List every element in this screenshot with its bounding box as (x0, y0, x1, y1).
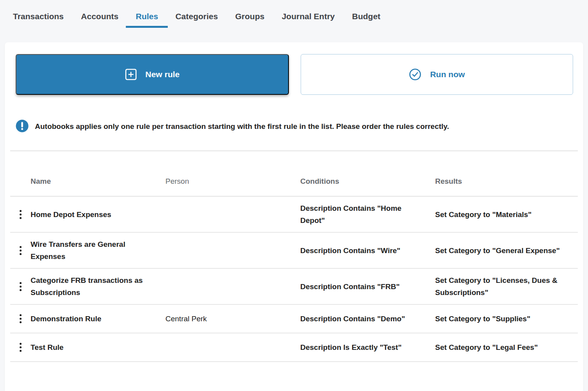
rule-results: Set Category to "General Expense" (435, 244, 566, 257)
rule-name: Categorize FRB transactions as Subscript… (31, 274, 165, 299)
header-conditions: Conditions (300, 177, 435, 186)
tab-transactions[interactable]: Transactions (13, 12, 64, 34)
rules-table-header: Name Person Conditions Results (10, 150, 578, 197)
table-row[interactable]: Wire Transfers are General Expenses Desc… (10, 233, 578, 269)
table-row[interactable]: Test Rule Description Is Exactly "Test" … (10, 333, 578, 362)
rule-name: Home Depot Expenses (31, 208, 165, 221)
rule-conditions: Description Contains "FRB" (300, 281, 435, 293)
rule-results: Set Category to "Licenses, Dues & Subscr… (435, 274, 566, 299)
rule-name: Test Rule (31, 341, 165, 353)
notice-text: Autobooks applies only one rule per tran… (35, 122, 449, 131)
top-tab-bar: Transactions Accounts Rules Categories G… (0, 0, 588, 42)
rule-conditions: Description Contains "Demo" (300, 313, 435, 325)
rules-order-notice: Autobooks applies only one rule per tran… (16, 120, 583, 133)
rule-name: Wire Transfers are General Expenses (31, 238, 165, 262)
toolbar: New rule Run now (5, 42, 583, 95)
header-results: Results (435, 177, 566, 186)
check-circle-icon (409, 68, 421, 81)
tab-rules[interactable]: Rules (136, 12, 158, 34)
rule-results: Set Category to "Materials" (435, 208, 566, 221)
new-rule-button[interactable]: New rule (16, 54, 289, 95)
info-exclamation-icon (16, 119, 29, 134)
header-person: Person (165, 177, 300, 186)
drag-handle-icon[interactable] (16, 208, 25, 221)
table-row[interactable]: Categorize FRB transactions as Subscript… (10, 269, 578, 305)
rules-panel: New rule Run now Autobooks applies only … (5, 42, 583, 391)
rule-results: Set Category to "Legal Fees" (435, 341, 566, 353)
tab-journal-entry[interactable]: Journal Entry (282, 12, 335, 34)
rule-name: Demonstration Rule (31, 313, 165, 325)
rules-table: Name Person Conditions Results Home Depo… (10, 150, 578, 362)
drag-handle-icon[interactable] (16, 280, 25, 293)
rule-results: Set Category to "Supplies" (435, 313, 566, 325)
drag-handle-icon[interactable] (16, 340, 25, 354)
drag-handle-icon[interactable] (16, 312, 25, 326)
new-rule-label: New rule (145, 70, 180, 79)
rule-person: Central Perk (165, 313, 300, 325)
table-row[interactable]: Demonstration Rule Central Perk Descript… (10, 305, 578, 333)
tab-categories[interactable]: Categories (175, 12, 218, 34)
run-now-label: Run now (430, 70, 465, 79)
tab-accounts[interactable]: Accounts (81, 12, 119, 34)
rule-conditions: Description Is Exactly "Test" (300, 341, 435, 353)
rule-conditions: Description Contains "Wire" (300, 244, 435, 257)
rule-conditions: Description Contains "Home Depot" (300, 202, 435, 226)
run-now-button[interactable]: Run now (301, 54, 573, 95)
tab-budget[interactable]: Budget (352, 12, 380, 34)
plus-square-icon (125, 69, 137, 80)
header-name: Name (31, 177, 165, 186)
tab-groups[interactable]: Groups (235, 12, 265, 34)
drag-handle-icon[interactable] (16, 244, 25, 257)
table-row[interactable]: Home Depot Expenses Description Contains… (10, 197, 578, 233)
